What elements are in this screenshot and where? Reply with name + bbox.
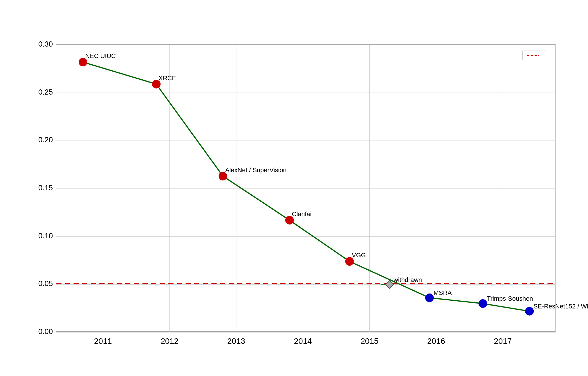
data-point-label: NEC UIUC (85, 52, 115, 60)
x-tick-label: 2012 (161, 337, 178, 346)
chart-container: 0.000.050.100.150.200.250.30201120122013… (21, 16, 567, 360)
chart-area: 0.000.050.100.150.200.250.30201120122013… (56, 44, 556, 332)
x-tick-label: 2013 (227, 337, 245, 346)
data-point-label: SE-ResNet152 / WMW (533, 303, 588, 310)
x-tick-label: 2011 (94, 337, 112, 346)
y-tick-label: 0.00 (38, 327, 53, 336)
x-tick-label: 2015 (360, 337, 378, 346)
data-point-diamond (385, 280, 394, 288)
data-point-label: withdrawn (393, 276, 422, 283)
chart-svg: 0.000.050.100.150.200.250.30201120122013… (56, 45, 555, 331)
data-point-label: Trimps-Soushen (487, 295, 533, 302)
data-point-label: XRCE (159, 74, 176, 82)
data-point-label: Clarifai (292, 210, 311, 218)
y-tick-label: 0.25 (38, 88, 53, 96)
data-point (525, 307, 533, 315)
y-tick-label: 0.15 (38, 183, 53, 192)
y-tick-label: 0.10 (38, 231, 53, 240)
y-tick-label: 0.30 (38, 40, 53, 48)
data-point-label: MSRA (433, 289, 452, 296)
y-tick-label: 0.05 (38, 279, 53, 288)
x-tick-label: 2017 (494, 337, 512, 346)
data-point-label: VGG (352, 252, 366, 259)
data-point (479, 300, 487, 308)
data-point-label: AlexNet / SuperVision (225, 166, 287, 174)
data-point (425, 294, 433, 302)
x-tick-label: 2016 (427, 337, 445, 346)
y-tick-label: 0.20 (38, 135, 53, 144)
x-tick-label: 2014 (294, 337, 312, 346)
chart-title (21, 16, 567, 24)
frontier-line (83, 62, 529, 311)
